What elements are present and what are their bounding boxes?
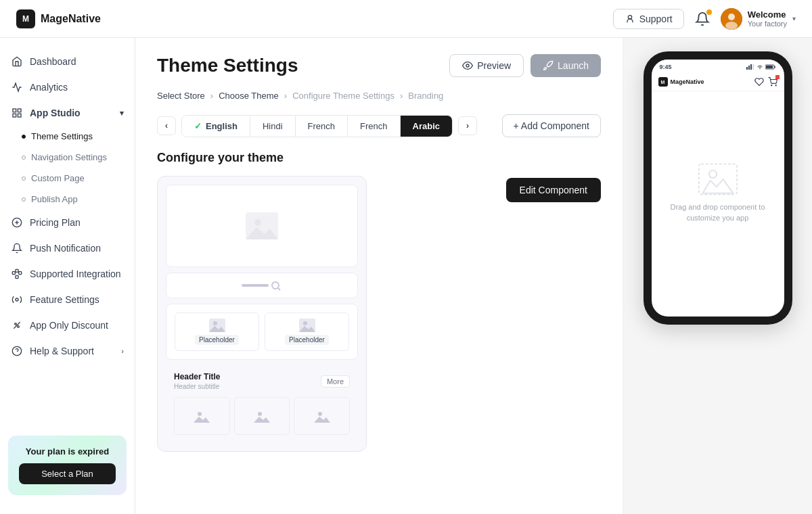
sidebar-item-discount[interactable]: App Only Discount xyxy=(0,312,135,338)
svg-point-21 xyxy=(466,64,469,67)
integration-icon xyxy=(11,268,23,280)
discount-icon xyxy=(11,319,23,331)
lang-tab-hindi[interactable]: Hindi xyxy=(250,116,296,137)
lang-tab-arabic[interactable]: Arabic xyxy=(401,116,452,137)
canvas-header-title: Header Title xyxy=(174,372,220,381)
app-canvas: Placeholder Placeholder xyxy=(157,176,367,452)
notification-bell[interactable] xyxy=(695,11,710,26)
lang-tab-french-1[interactable]: French xyxy=(296,116,348,137)
publish-app-dot xyxy=(22,197,26,202)
phone-logo-icon: M xyxy=(658,77,668,87)
product-img-icon-1 xyxy=(209,319,225,332)
logo-text: MageNative xyxy=(41,13,101,25)
phone-app-logo: M MageNative xyxy=(658,77,704,87)
avatar-img xyxy=(721,8,742,30)
phone-nav-bar: M MageNative xyxy=(652,73,784,91)
sidebar-item-custom-page[interactable]: Custom Page xyxy=(22,168,135,189)
sidebar-item-feature-settings[interactable]: Feature Settings xyxy=(0,287,135,312)
svg-point-49 xyxy=(708,170,716,177)
sidebar-item-navigation-settings[interactable]: Navigation Settings xyxy=(22,147,135,168)
preview-label: Preview xyxy=(477,60,511,71)
edit-button-container: Edit Component xyxy=(506,151,601,202)
check-icon: ✓ xyxy=(194,121,202,131)
phone-placeholder-area: Drag and drop component to customize you… xyxy=(652,91,784,294)
main-layout: Dashboard Analytics App Studio ▾ Theme S… xyxy=(0,38,812,514)
svg-point-47 xyxy=(775,85,776,86)
sidebar-item-integration[interactable]: Supported Integration xyxy=(0,261,135,287)
support-button[interactable]: Support xyxy=(613,9,684,29)
grid-img-icon-3 xyxy=(314,409,330,423)
launch-button[interactable]: Launch xyxy=(531,54,601,77)
bc-select-store[interactable]: Select Store xyxy=(157,91,205,101)
grid-img-icon-2 xyxy=(254,409,270,423)
custom-page-dot xyxy=(22,177,26,181)
bc-sep-1: › xyxy=(210,91,213,101)
logo: M MageNative xyxy=(16,9,101,28)
product-label-2: Placeholder xyxy=(285,335,329,345)
sidebar-item-analytics[interactable]: Analytics xyxy=(0,74,135,100)
svg-line-27 xyxy=(278,288,280,290)
feature-icon xyxy=(11,294,23,306)
svg-point-26 xyxy=(272,282,279,289)
sidebar-sub-menu: Theme Settings Navigation Settings Custo… xyxy=(0,126,135,210)
sidebar-dashboard-label: Dashboard xyxy=(30,56,76,67)
svg-point-3 xyxy=(725,22,738,30)
canvas-more-button[interactable]: More xyxy=(321,375,350,388)
user-welcome: Welcome xyxy=(748,9,787,20)
canvas-hero xyxy=(166,185,357,266)
help-icon xyxy=(11,345,23,357)
content-inner: Theme Settings Preview Launch Select Sto… xyxy=(135,38,623,514)
phone-nav-icons xyxy=(754,77,777,87)
sidebar-pricing-label: Pricing Plan xyxy=(30,217,81,228)
canvas-search-block xyxy=(166,273,358,298)
sidebar-item-help[interactable]: Help & Support › xyxy=(0,338,135,364)
user-info[interactable]: Welcome Your factory ▾ xyxy=(721,8,796,30)
lang-tab-french-2[interactable]: French xyxy=(348,116,400,137)
svg-point-15 xyxy=(16,298,18,301)
sidebar-item-theme-settings[interactable]: Theme Settings xyxy=(22,126,135,147)
canvas-header-block: Header Title Header subtitle More xyxy=(166,365,358,397)
analytics-icon xyxy=(11,81,23,93)
app-studio-chevron-icon: ▾ xyxy=(120,109,124,118)
signal-icon xyxy=(746,64,754,70)
lang-prev-button[interactable]: ‹ xyxy=(157,116,176,135)
sidebar-item-publish-app[interactable]: Publish App xyxy=(22,189,135,210)
lang-hindi-label: Hindi xyxy=(263,121,283,131)
battery-icon xyxy=(765,64,776,70)
lang-next-button[interactable]: › xyxy=(458,116,477,135)
preview-button[interactable]: Preview xyxy=(449,54,524,77)
select-plan-button[interactable]: Select a Plan xyxy=(19,463,116,484)
svg-point-38 xyxy=(318,412,322,416)
breadcrumb: Select Store › Choose Theme › Configure … xyxy=(157,91,601,101)
svg-point-17 xyxy=(18,326,20,328)
svg-rect-12 xyxy=(19,272,22,275)
lang-french2-label: French xyxy=(360,121,387,131)
bc-configure-theme: Configure Theme Settings xyxy=(292,91,394,101)
bc-branding: Branding xyxy=(408,91,443,101)
phone-time: 9:45 xyxy=(660,64,672,70)
pricing-icon xyxy=(11,216,23,229)
sidebar-analytics-label: Analytics xyxy=(30,82,68,93)
svg-point-46 xyxy=(771,85,771,86)
user-chevron-icon: ▾ xyxy=(792,15,796,22)
sidebar-item-pricing-plan[interactable]: Pricing Plan xyxy=(0,210,135,235)
canvas-search xyxy=(166,273,357,298)
lang-tab-english[interactable]: ✓ English xyxy=(182,116,250,137)
notification-icon xyxy=(11,242,23,254)
grid-item-3 xyxy=(294,397,350,435)
bc-choose-theme[interactable]: Choose Theme xyxy=(219,91,279,101)
sidebar-item-app-studio[interactable]: App Studio ▾ xyxy=(0,100,135,126)
sidebar-item-push-notification[interactable]: Push Notification xyxy=(0,235,135,261)
svg-point-34 xyxy=(198,412,202,416)
lang-tabs: ✓ English Hindi French French xyxy=(181,115,453,137)
edit-component-button[interactable]: Edit Component xyxy=(506,178,601,202)
phone-heart-icon xyxy=(754,77,764,87)
sidebar-item-dashboard[interactable]: Dashboard xyxy=(0,49,135,74)
phone-screen: 9:45 xyxy=(652,60,784,317)
topbar-right: Support Welcome Your factory ▾ xyxy=(613,8,796,30)
grid-img-icon-1 xyxy=(194,409,210,423)
svg-rect-4 xyxy=(13,109,16,112)
content-area: Theme Settings Preview Launch Select Sto… xyxy=(135,38,623,514)
add-component-button[interactable]: + Add Component xyxy=(502,114,601,137)
lang-english-label: English xyxy=(206,121,238,131)
